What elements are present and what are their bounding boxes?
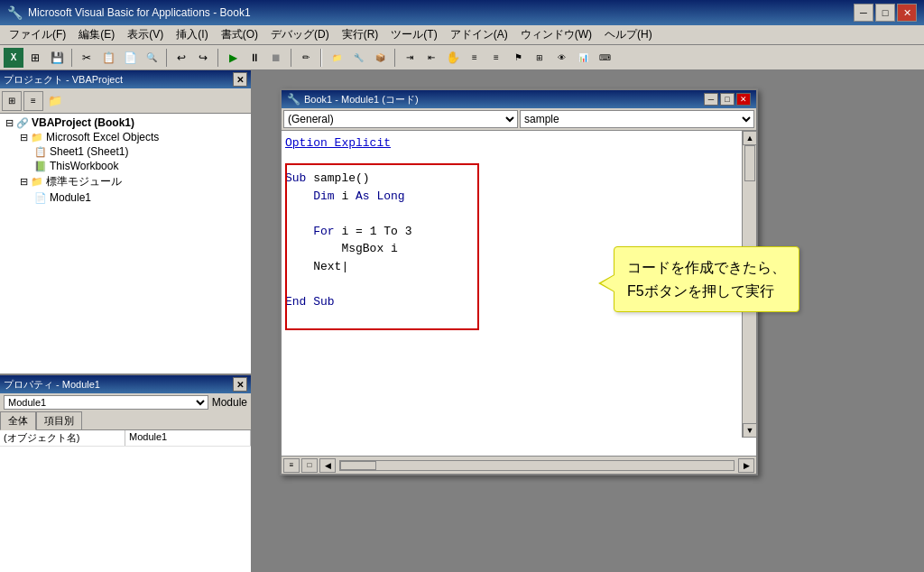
code-hscrollbar[interactable] — [339, 460, 735, 471]
code-win-minimize[interactable]: ─ — [704, 93, 718, 106]
tab-by-item[interactable]: 項目別 — [36, 411, 82, 429]
code-view-btn1[interactable]: ≡ — [283, 458, 300, 473]
code-line-for: For i = 1 To 3 — [285, 223, 738, 241]
tree-item-standard-module[interactable]: ⊟ 📁 標準モジュール — [2, 173, 249, 190]
tree-item-excel-objects[interactable]: ⊟ 📁 Microsoft Excel Objects — [2, 130, 249, 144]
callout-bubble: コードを作成できたら、 F5ボタンを押して実行 — [614, 246, 799, 312]
toolbar-immed-btn[interactable]: ⌨ — [595, 48, 614, 68]
props-type-label: Module — [212, 396, 247, 409]
menu-tools[interactable]: ツール(T) — [385, 25, 442, 44]
tree-icon-project: 🔗 — [16, 117, 29, 129]
toolbar-project-btn[interactable]: 📁 — [327, 48, 346, 68]
toolbar-align1-btn[interactable]: ≡ — [465, 48, 485, 68]
code-line-blank2 — [285, 205, 738, 223]
scroll-right-arrow[interactable]: ▶ — [738, 458, 754, 473]
code-window-titlebar: 🔧 Book1 - Module1 (コード) ─ □ ✕ — [282, 90, 756, 108]
toolbar-sep1 — [71, 49, 72, 67]
menu-view[interactable]: 表示(V) — [122, 25, 169, 44]
code-line-sub: Sub sample() — [285, 170, 738, 188]
tree-item-sheet1[interactable]: 📋 Sheet1 (Sheet1) — [2, 144, 249, 159]
menu-addin[interactable]: アドイン(A) — [445, 25, 513, 44]
project-panel-close[interactable]: ✕ — [233, 72, 247, 87]
minimize-button[interactable]: ─ — [854, 4, 873, 22]
proj-view-btn1[interactable]: ⊞ — [2, 91, 22, 111]
toolbar-excel-btn[interactable]: X — [4, 48, 23, 68]
toolbar-design-btn[interactable]: ✏ — [296, 48, 316, 68]
toolbar-redo-btn[interactable]: ↪ — [193, 48, 213, 68]
toolbar-grid-btn[interactable]: ⊞ — [25, 48, 45, 68]
menu-debug[interactable]: デバッグ(D) — [265, 25, 335, 44]
menu-edit[interactable]: 編集(E) — [73, 25, 120, 44]
menu-run[interactable]: 実行(R) — [337, 25, 384, 44]
tree-module1-label: Module1 — [50, 191, 91, 204]
title-bar: 🔧 Microsoft Visual Basic for Application… — [0, 0, 924, 25]
scroll-left-arrow[interactable]: ◀ — [319, 458, 336, 473]
toolbar-sep5 — [320, 49, 322, 67]
toolbar-run-btn[interactable]: ▶ — [223, 48, 243, 68]
toolbar-pause-btn[interactable]: ⏸ — [245, 48, 264, 68]
code-window-title-text: Book1 - Module1 (コード) — [304, 93, 419, 106]
code-line-dim: Dim i As Long — [285, 188, 738, 206]
toolbar-locals-btn[interactable]: 📊 — [573, 48, 593, 68]
scroll-up-arrow[interactable]: ▲ — [743, 131, 757, 145]
proj-view-btn2[interactable]: ≡ — [23, 91, 43, 111]
tree-icon-module: 📄 — [34, 192, 47, 204]
tree-workbook-label: ThisWorkbook — [50, 160, 118, 172]
sample-dropdown[interactable]: sample — [520, 110, 754, 128]
tab-all[interactable]: 全体 — [0, 411, 36, 430]
props-content: (オブジェクト名) Module1 — [0, 430, 251, 572]
toolbar-copy-btn[interactable]: 📋 — [98, 48, 118, 68]
code-win-maximize[interactable]: □ — [720, 93, 735, 106]
toolbar-align2-btn[interactable]: ≡ — [486, 48, 506, 68]
callout-line1: コードを作成できたら、 — [627, 256, 786, 280]
toolbar-sep2 — [166, 49, 167, 67]
props-name-key: (オブジェクト名) — [0, 430, 125, 446]
general-dropdown[interactable]: (General) — [283, 110, 518, 128]
tree-sheet1-label: Sheet1 (Sheet1) — [50, 145, 128, 158]
code-view-btn2[interactable]: □ — [301, 458, 318, 473]
props-panel-close[interactable]: ✕ — [233, 377, 247, 392]
code-win-close[interactable]: ✕ — [736, 93, 751, 106]
tree-item-thisworkbook[interactable]: 📗 ThisWorkbook — [2, 159, 249, 173]
menu-insert[interactable]: 挿入(I) — [171, 25, 213, 44]
scroll-down-arrow[interactable]: ▼ — [743, 423, 757, 438]
toolbar-stop-btn[interactable]: ⏹ — [266, 48, 286, 68]
menu-help[interactable]: ヘルプ(H) — [599, 25, 658, 44]
toolbar-sep4 — [291, 49, 291, 67]
props-name-val: Module1 — [125, 430, 251, 446]
app-title: Microsoft Visual Basic for Applications … — [28, 6, 251, 19]
tree-expand-icon: ⊟ — [5, 117, 14, 129]
tree-icon-folder: 📁 — [31, 132, 43, 143]
project-toolbar: ⊞ ≡ 📁 — [0, 88, 251, 114]
toolbar-save-btn[interactable]: 💾 — [47, 48, 67, 68]
toolbar-watch-btn[interactable]: 👁 — [551, 48, 571, 68]
code-window-icon: 🔧 — [287, 93, 300, 106]
menu-window[interactable]: ウィンドウ(W) — [515, 25, 597, 44]
toolbar-find-btn[interactable]: 🔍 — [142, 48, 162, 68]
toolbar-outdent-btn[interactable]: ⇤ — [421, 48, 441, 68]
toolbar-props-btn[interactable]: 🔧 — [348, 48, 368, 68]
proj-folder-btn[interactable]: 📁 — [45, 91, 65, 111]
toolbar-cut-btn[interactable]: ✂ — [77, 48, 97, 68]
project-tree[interactable]: ⊟ 🔗 VBAProject (Book1) ⊟ 📁 Microsoft Exc… — [0, 114, 251, 374]
toolbar-bp-btn[interactable]: ⚑ — [508, 48, 528, 68]
tree-excel-label: Microsoft Excel Objects — [46, 131, 159, 143]
props-module-select[interactable]: Module1 — [4, 395, 208, 410]
code-dropdowns: (General) sample — [282, 108, 756, 131]
tree-expand-icon2: ⊟ — [20, 132, 28, 143]
toolbar-callstack-btn[interactable]: ⊞ — [530, 48, 550, 68]
menu-file[interactable]: ファイル(F) — [4, 25, 71, 44]
toolbar-hand-btn[interactable]: ✋ — [443, 48, 463, 68]
tree-item-module1[interactable]: 📄 Module1 — [2, 190, 249, 205]
toolbar-undo-btn[interactable]: ↩ — [171, 48, 191, 68]
toolbar: X ⊞ 💾 ✂ 📋 📄 🔍 ↩ ↪ ▶ ⏸ ⏹ ✏ 📁 🔧 📦 ⇥ ⇤ ✋ ≡ … — [0, 45, 924, 70]
maximize-button[interactable]: □ — [875, 4, 895, 22]
toolbar-indent-btn[interactable]: ⇥ — [400, 48, 420, 68]
tree-item-project[interactable]: ⊟ 🔗 VBAProject (Book1) — [2, 115, 249, 130]
menu-format[interactable]: 書式(O) — [216, 25, 263, 44]
toolbar-obj-btn[interactable]: 📦 — [370, 48, 390, 68]
code-bottom-bar: ≡ □ ◀ ▶ — [282, 456, 756, 474]
close-button[interactable]: ✕ — [897, 4, 917, 22]
toolbar-paste-btn[interactable]: 📄 — [120, 48, 140, 68]
props-tabs: 全体 項目別 — [0, 411, 251, 430]
